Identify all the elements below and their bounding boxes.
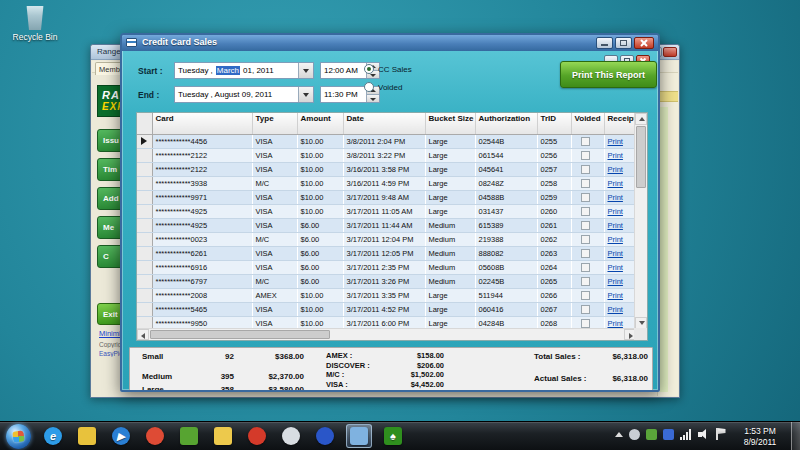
table-row[interactable]: ************6261 VISA $6.00 3/17/2011 12… [137, 246, 636, 260]
voided-checkbox[interactable] [581, 319, 590, 328]
voided-checkbox[interactable] [581, 137, 590, 146]
tree-app-icon[interactable]: ♠ [380, 424, 406, 448]
row-selector[interactable] [137, 232, 152, 246]
scroll-left-icon[interactable] [137, 329, 149, 340]
print-link[interactable]: Print [608, 249, 623, 258]
windows-explorer-icon[interactable] [74, 424, 100, 448]
column-header-type[interactable]: Type [252, 113, 297, 134]
column-header-amount[interactable]: Amount [297, 113, 343, 134]
print-link[interactable]: Print [608, 179, 623, 188]
column-header-receipt[interactable]: Receipt [604, 113, 636, 134]
table-row[interactable]: ************4925 VISA $10.00 3/17/2011 1… [137, 204, 636, 218]
calendar-dropdown-button[interactable] [298, 63, 313, 78]
table-row[interactable]: ************4925 VISA $6.00 3/17/2011 11… [137, 218, 636, 232]
volume-icon[interactable] [698, 429, 710, 440]
internet-explorer-icon[interactable]: e [40, 424, 66, 448]
scrollbar-thumb[interactable] [636, 126, 646, 188]
end-date-picker[interactable]: Tuesday , August 09, 2011 [174, 86, 314, 103]
voided-checkbox[interactable] [581, 165, 590, 174]
column-header-bucket-size[interactable]: Bucket Size [425, 113, 475, 134]
print-link[interactable]: Print [608, 277, 623, 286]
radio-voided[interactable]: Voided [364, 82, 402, 92]
recycle-bin[interactable]: Recycle Bin [4, 6, 66, 42]
clock-app-icon[interactable] [278, 424, 304, 448]
voided-checkbox[interactable] [581, 235, 590, 244]
radio-button-icon[interactable] [364, 64, 374, 74]
table-row[interactable]: ************0023 M/C $6.00 3/17/2011 12:… [137, 232, 636, 246]
calendar-dropdown-button[interactable] [298, 87, 313, 102]
table-row[interactable]: ************2122 VISA $10.00 3/16/2011 3… [137, 162, 636, 176]
row-selector[interactable] [137, 204, 152, 218]
row-selector[interactable] [137, 246, 152, 260]
pushpin-icon[interactable] [244, 424, 270, 448]
chrome-icon[interactable] [142, 424, 168, 448]
green-app-icon[interactable] [176, 424, 202, 448]
print-link[interactable]: Print [608, 221, 623, 230]
table-row[interactable]: ************3938 M/C $10.00 3/16/2011 4:… [137, 176, 636, 190]
row-selector[interactable] [137, 148, 152, 162]
show-hidden-icons-icon[interactable] [615, 432, 623, 437]
voided-checkbox[interactable] [581, 277, 590, 286]
spin-down-icon[interactable] [366, 94, 379, 102]
active-app-icon[interactable] [346, 424, 372, 448]
table-row[interactable]: ************2122 VISA $10.00 3/8/2011 3:… [137, 148, 636, 162]
column-header-trid[interactable]: TrID [537, 113, 571, 134]
tray-green-icon[interactable] [646, 429, 657, 440]
media-player-icon[interactable]: ▶ [108, 424, 134, 448]
print-link[interactable]: Print [608, 235, 623, 244]
taskbar-clock[interactable]: 1:53 PM 8/9/2011 [734, 426, 786, 447]
voided-checkbox[interactable] [581, 305, 590, 314]
row-selector[interactable] [137, 176, 152, 190]
table-row[interactable]: ************6797 M/C $6.00 3/17/2011 3:2… [137, 274, 636, 288]
row-selector[interactable] [137, 134, 152, 148]
voided-checkbox[interactable] [581, 263, 590, 272]
radio-cc-sales[interactable]: CC Sales [364, 64, 412, 74]
row-selector[interactable] [137, 218, 152, 232]
row-selector[interactable] [137, 190, 152, 204]
folder-icon[interactable] [210, 424, 236, 448]
network-icon[interactable] [680, 429, 692, 440]
print-link[interactable]: Print [608, 165, 623, 174]
table-row[interactable]: ************2008 AMEX $10.00 3/17/2011 3… [137, 288, 636, 302]
start-date-picker[interactable]: Tuesday , March 01, 2011 [174, 62, 314, 79]
voided-checkbox[interactable] [581, 221, 590, 230]
print-link[interactable]: Print [608, 319, 623, 328]
column-header-voided[interactable]: Voided [571, 113, 604, 134]
table-row[interactable]: ************6916 VISA $6.00 3/17/2011 2:… [137, 260, 636, 274]
close-button[interactable] [663, 47, 677, 57]
column-header-authorization[interactable]: Authorization [475, 113, 537, 134]
voided-checkbox[interactable] [581, 179, 590, 188]
print-link[interactable]: Print [608, 291, 623, 300]
print-link[interactable]: Print [608, 151, 623, 160]
table-row[interactable]: ************9971 VISA $10.00 3/17/2011 9… [137, 190, 636, 204]
print-link[interactable]: Print [608, 263, 623, 272]
row-selector[interactable] [137, 302, 152, 316]
scrollbar-thumb[interactable] [150, 330, 330, 339]
voided-checkbox[interactable] [581, 193, 590, 202]
tray-cd-icon[interactable] [629, 429, 640, 440]
minimize-button[interactable] [596, 37, 613, 49]
scroll-up-icon[interactable] [635, 113, 647, 125]
print-link[interactable]: Print [608, 207, 623, 216]
vertical-scrollbar[interactable] [634, 113, 647, 329]
tray-blue-icon[interactable] [663, 429, 674, 440]
print-link[interactable]: Print [608, 193, 623, 202]
maximize-button[interactable] [615, 37, 632, 49]
table-row[interactable]: ************5465 VISA $10.00 3/17/2011 4… [137, 302, 636, 316]
print-link[interactable]: Print [608, 305, 623, 314]
column-header-date[interactable]: Date [343, 113, 425, 134]
start-button[interactable] [6, 424, 31, 449]
action-center-icon[interactable] [716, 428, 726, 440]
voided-checkbox[interactable] [581, 249, 590, 258]
row-selector[interactable] [137, 162, 152, 176]
voided-checkbox[interactable] [581, 151, 590, 160]
show-desktop-button[interactable] [791, 422, 800, 450]
print-report-button[interactable]: Print This Report [560, 61, 657, 88]
radio-button-icon[interactable] [364, 82, 374, 92]
close-button[interactable] [634, 37, 654, 49]
print-link[interactable]: Print [608, 137, 623, 146]
window-titlebar[interactable]: Credit Card Sales [122, 35, 658, 51]
horizontal-scrollbar[interactable] [137, 328, 636, 340]
voided-checkbox[interactable] [581, 291, 590, 300]
table-row[interactable]: ************4456 VISA $10.00 3/8/2011 2:… [137, 134, 636, 148]
